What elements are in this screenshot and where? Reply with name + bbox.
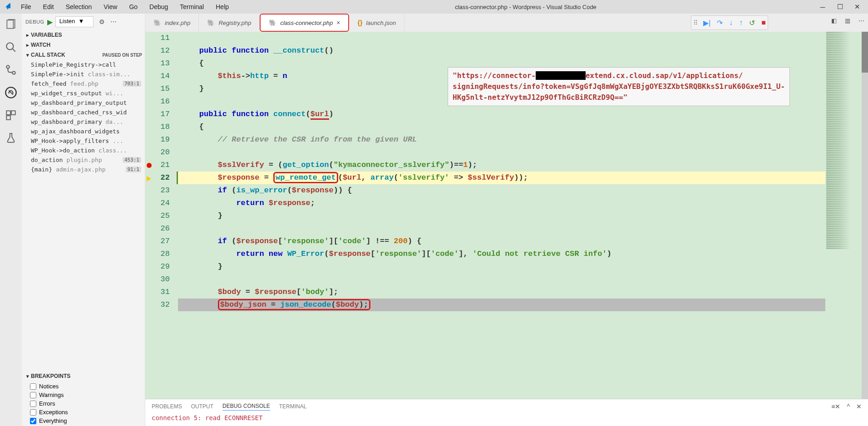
callstack-section[interactable]: ▾CALL STACKPAUSED ON STEP xyxy=(22,50,145,60)
callstack-item[interactable]: SimplePie_Registry->call xyxy=(22,60,145,69)
debug-toolbar[interactable]: ⠿ ▶| ↷ ↓ ↑ ↺ ■ xyxy=(691,15,768,30)
menu-go[interactable]: Go xyxy=(124,1,142,12)
menu-edit[interactable]: Edit xyxy=(39,1,59,12)
php-icon: 🐘 xyxy=(269,19,276,26)
breakpoint-item[interactable]: Warnings xyxy=(22,391,145,399)
stop-button[interactable]: ■ xyxy=(761,19,766,27)
scm-icon[interactable] xyxy=(5,64,17,76)
svg-rect-8 xyxy=(6,116,10,120)
debug-label: DEBUG xyxy=(25,19,44,24)
step-out-button[interactable]: ↑ xyxy=(739,19,743,27)
svg-point-3 xyxy=(6,65,10,69)
php-icon: 🐘 xyxy=(207,19,215,26)
callstack-item[interactable]: WP_Hook->do_actionclass... xyxy=(22,146,145,155)
line-numbers: 1112131415161718192021222324252627282930… xyxy=(153,32,178,399)
callstack-item[interactable]: wp_widget_rss_outputwi... xyxy=(22,88,145,98)
panel-tab-terminal[interactable]: TERMINAL xyxy=(279,402,307,411)
callstack-item[interactable]: wp_dashboard_primaryda... xyxy=(22,117,145,127)
tab-registry[interactable]: 🐘Registry.php xyxy=(199,14,260,32)
more-editor-icon[interactable]: ⋯ xyxy=(858,17,864,24)
callstack-item[interactable]: wp_dashboard_primary_output xyxy=(22,98,145,108)
bp-checkbox[interactable] xyxy=(30,418,36,424)
close-button[interactable]: ✕ xyxy=(853,2,862,11)
svg-rect-7 xyxy=(11,111,15,115)
menu-help[interactable]: Help xyxy=(211,1,233,12)
breakpoint-item[interactable]: Everything xyxy=(22,416,145,425)
clear-console-icon[interactable]: ≡✕ xyxy=(831,403,840,410)
breakpoint-item[interactable]: Errors xyxy=(22,399,145,408)
code-content[interactable]: public function __construct() { $this->h… xyxy=(178,32,825,399)
current-line-marker xyxy=(147,176,151,181)
step-over-button[interactable]: ↷ xyxy=(717,19,723,27)
watch-section[interactable]: ▸WATCH xyxy=(22,40,145,50)
minimize-button[interactable]: ─ xyxy=(818,2,827,11)
menu-file[interactable]: File xyxy=(16,1,36,12)
svg-line-2 xyxy=(12,49,15,52)
title-bar: File Edit Selection View Go Debug Termin… xyxy=(0,0,868,14)
callstack-item[interactable]: fetch_feedfeed.php703:1 xyxy=(22,79,145,88)
variables-section[interactable]: ▸VARIABLES xyxy=(22,30,145,40)
debug-config-select[interactable]: Listen ▼ xyxy=(55,16,94,27)
tab-launch[interactable]: {}launch.json xyxy=(349,14,404,32)
extensions-icon[interactable] xyxy=(5,109,17,122)
step-into-button[interactable]: ↓ xyxy=(729,19,733,27)
bp-checkbox[interactable] xyxy=(30,392,36,398)
menu-terminal[interactable]: Terminal xyxy=(175,1,208,12)
maximize-panel-icon[interactable]: ^ xyxy=(847,403,850,410)
bp-checkbox[interactable] xyxy=(30,401,36,407)
svg-rect-0 xyxy=(7,20,13,28)
callstack-item[interactable]: do_actionplugin.php453:1 xyxy=(22,155,145,165)
breakpoint-item[interactable]: Notices xyxy=(22,382,145,391)
breakpoint-item[interactable]: Exceptions xyxy=(22,408,145,416)
split-icon[interactable]: ◧ xyxy=(831,17,837,24)
search-icon[interactable] xyxy=(5,41,17,54)
restart-button[interactable]: ↺ xyxy=(749,19,755,27)
breakpoints-list: Notices Warnings Errors Exceptions Every… xyxy=(22,381,145,426)
callstack-list: SimplePie_Registry->call SimplePie->init… xyxy=(22,60,145,174)
test-icon[interactable] xyxy=(5,132,17,144)
more-icon[interactable]: ⋯ xyxy=(110,18,117,25)
scroll-thumb[interactable] xyxy=(862,32,868,73)
svg-point-1 xyxy=(6,43,13,49)
vscode-icon xyxy=(4,3,12,11)
code-editor[interactable]: 1112131415161718192021222324252627282930… xyxy=(145,32,868,399)
menu-selection[interactable]: Selection xyxy=(61,1,97,12)
svg-point-4 xyxy=(12,71,15,74)
json-icon: {} xyxy=(357,19,362,26)
scrollbar[interactable] xyxy=(862,32,868,399)
maximize-button[interactable]: ☐ xyxy=(835,2,844,11)
callstack-item[interactable]: WP_Hook->apply_filters... xyxy=(22,136,145,146)
editor-area: 🐘index.php 🐘Registry.php 🐘class-connecto… xyxy=(145,14,868,426)
bp-checkbox[interactable] xyxy=(30,383,36,390)
breakpoint-gutter[interactable] xyxy=(145,32,153,399)
breakpoint-dot[interactable] xyxy=(147,163,152,168)
start-debug-button[interactable]: ▶ xyxy=(47,18,53,26)
panel-tab-output[interactable]: OUTPUT xyxy=(191,402,213,411)
menu-view[interactable]: View xyxy=(99,1,122,12)
panel-tab-problems[interactable]: PROBLEMS xyxy=(152,402,182,411)
debug-console-output: connection 5: read ECONNRESET xyxy=(145,413,868,422)
callstack-item[interactable]: SimplePie->initclass-sim... xyxy=(22,69,145,79)
bp-checkbox[interactable] xyxy=(30,409,36,416)
debug-icon[interactable] xyxy=(5,86,17,99)
drag-grip-icon[interactable]: ⠿ xyxy=(693,19,697,26)
close-panel-icon[interactable]: ✕ xyxy=(856,403,862,410)
editor-actions: ◧ ▥ ⋯ xyxy=(831,17,864,24)
callstack-item[interactable]: {main}admin-ajax.php91:1 xyxy=(22,165,145,174)
gear-icon[interactable]: ⚙ xyxy=(99,18,105,25)
continue-button[interactable]: ▶| xyxy=(703,19,710,27)
tab-connector[interactable]: 🐘class-connector.php× xyxy=(260,14,349,32)
php-icon: 🐘 xyxy=(153,19,161,26)
close-tab-icon[interactable]: × xyxy=(336,19,340,26)
explorer-icon[interactable] xyxy=(5,18,17,31)
breakpoints-section[interactable]: ▾BREAKPOINTS xyxy=(22,371,145,381)
panel-tab-debugconsole[interactable]: DEBUG CONSOLE xyxy=(222,402,270,411)
layout-icon[interactable]: ▥ xyxy=(845,17,850,24)
tab-index[interactable]: 🐘index.php xyxy=(145,14,199,32)
callstack-item[interactable]: wp_ajax_dashboard_widgets xyxy=(22,127,145,136)
callstack-item[interactable]: wp_dashboard_cached_rss_wid xyxy=(22,108,145,117)
menu-debug[interactable]: Debug xyxy=(145,1,173,12)
minimap[interactable] xyxy=(825,32,862,399)
activity-bar xyxy=(0,14,22,426)
menu-bar: File Edit Selection View Go Debug Termin… xyxy=(16,1,233,12)
